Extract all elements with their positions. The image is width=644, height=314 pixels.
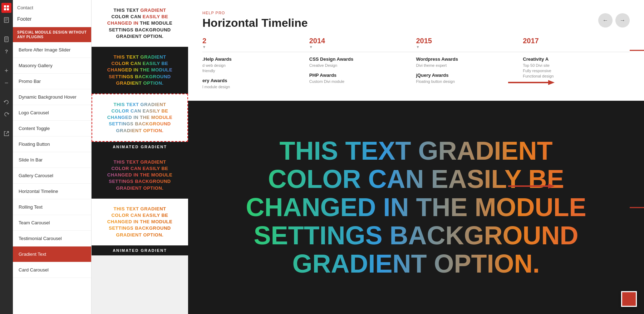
page-icon[interactable]	[1, 15, 11, 25]
redo-icon[interactable]	[1, 109, 11, 119]
timeline-section: HELP PRO Horizontal Timeline ← → 2 ▼ 201…	[188, 0, 644, 101]
gradient-card-2: THIS TEXT GRADIENTCOLOR CAN EASILY BECHA…	[92, 47, 188, 94]
sidebar-item-gradient-text[interactable]: Gradient Text	[13, 246, 91, 262]
svg-marker-20	[548, 184, 555, 189]
svg-rect-10	[5, 39, 8, 39]
minus-icon[interactable]: −	[1, 78, 11, 88]
sidebar-item-gallery-carousel[interactable]: Gallery Carousel	[13, 168, 91, 184]
doc-icon[interactable]	[1, 34, 11, 44]
external-icon[interactable]	[1, 129, 11, 139]
svg-rect-2	[4, 8, 6, 10]
sidebar-item-contact[interactable]: Contact	[17, 3, 87, 13]
help-icon[interactable]: ?	[1, 46, 11, 56]
timeline-year-col-3: 2017	[523, 37, 630, 49]
sidebar-item-horizontal-timeline[interactable]: Horizontal Timeline	[13, 184, 91, 199]
icon-bar: ? + −	[0, 0, 13, 314]
sidebar-item-team-carousel[interactable]: Team Carousel	[13, 215, 91, 231]
sidebar-item-masonry[interactable]: Masonry Gallery	[13, 58, 91, 74]
svg-rect-3	[7, 8, 9, 10]
sidebar-item-logo-carousel[interactable]: Logo Carousel	[13, 105, 91, 121]
gradient-card-3: THIS TEXT GRADIENTCOLOR CAN EASILY BECHA…	[92, 94, 188, 142]
gradient-cards-panel: THIS TEXT GRADIENTCOLOR CAN EASILY BECHA…	[92, 0, 188, 314]
gradient-card-1: THIS TEXT GRADIENTCOLOR CAN EASILY BECHA…	[92, 0, 188, 47]
large-gradient-section: THIS TEXT GRADIENTCOLOR CAN EASILY BECHA…	[188, 101, 644, 314]
large-section-arrow-indicator	[630, 204, 644, 211]
special-module-label: SPECIAL MODULE DESIGN WITHOUT ANY PLUGIN…	[13, 27, 91, 42]
sidebar-item-footer[interactable]: Footer	[17, 13, 87, 24]
svg-line-12	[6, 131, 9, 134]
timeline-content-col-0: .Help Awards d web design friendly ery A…	[202, 56, 309, 90]
main-content: THIS TEXT GRADIENTCOLOR CAN EASILY BECHA…	[92, 0, 644, 314]
sidebar-item-slide-in-bar[interactable]: Slide In Bar	[13, 152, 91, 168]
timeline-prev-button[interactable]: ←	[598, 13, 613, 28]
timeline-content-col-1: CSS Design Awards Creative Design PHP Aw…	[309, 56, 416, 90]
svg-rect-5	[5, 19, 8, 19]
sidebar-item-floating-button[interactable]: Floating Button	[13, 136, 91, 152]
undo-icon[interactable]	[1, 97, 11, 107]
timeline-year-col-1: 2014 ▼	[309, 37, 416, 49]
right-panel: HELP PRO Horizontal Timeline ← → 2 ▼ 201…	[188, 0, 644, 314]
svg-rect-11	[5, 40, 7, 40]
timeline-subtitle: HELP PRO	[202, 11, 308, 15]
timeline-header: HELP PRO Horizontal Timeline ← →	[202, 11, 630, 30]
red-square-floating-button[interactable]	[621, 291, 637, 307]
timeline-nav: ← →	[598, 13, 630, 28]
add-icon[interactable]: +	[1, 66, 11, 76]
large-gradient-text: THIS TEXT GRADIENTCOLOR CAN EASILY BECHA…	[246, 137, 586, 278]
sidebar-item-rolling-text[interactable]: Rolling Text	[13, 199, 91, 215]
timeline-title: Horizontal Timeline	[202, 16, 308, 30]
svg-rect-7	[5, 21, 7, 21]
svg-rect-1	[7, 5, 9, 8]
sidebar-item-card-carousel[interactable]: Card Carousel	[13, 262, 91, 278]
right-arrow-bottom	[508, 182, 555, 190]
timeline-content-col-2: Wordpress Awards Divi theme expert jQuer…	[416, 56, 523, 90]
sidebar-item-content-toggle[interactable]: Content Toggle	[13, 121, 91, 136]
gradient-card-5: THIS TEXT GRADIENTCOLOR CAN EASILY BECHA…	[92, 199, 188, 245]
sidebar: Contact Footer SPECIAL MODULE DESIGN WIT…	[13, 0, 92, 314]
gradient-card-4: THIS TEXT GRADIENTCOLOR CAN EASILY BECHA…	[92, 152, 188, 199]
sidebar-item-before-after[interactable]: Before After Image Slider	[13, 42, 91, 58]
sidebar-item-promo-bar[interactable]: Promo Bar	[13, 74, 91, 89]
grid-icon[interactable]	[1, 3, 11, 13]
sidebar-item-testimonial-carousel[interactable]: Testimonial Carousel	[13, 231, 91, 246]
sidebar-item-dynamic-bg[interactable]: Dynamic Background Hover	[13, 89, 91, 105]
animated-gradient-label-1: ANIMATED GRADIENT	[92, 142, 188, 152]
svg-marker-18	[548, 80, 555, 85]
right-arrow-top	[508, 79, 555, 86]
timeline-next-button[interactable]: →	[615, 13, 630, 28]
timeline-year-col-0: 2 ▼	[202, 37, 309, 49]
svg-rect-6	[5, 20, 8, 20]
timeline-year-col-2: 2015 ▼	[416, 37, 523, 49]
svg-rect-9	[5, 38, 8, 38]
sidebar-top: Contact Footer	[13, 0, 91, 27]
svg-rect-0	[4, 5, 6, 8]
timeline-arrow-indicator	[630, 47, 644, 54]
animated-gradient-label-2: ANIMATED GRADIENT	[92, 245, 188, 255]
